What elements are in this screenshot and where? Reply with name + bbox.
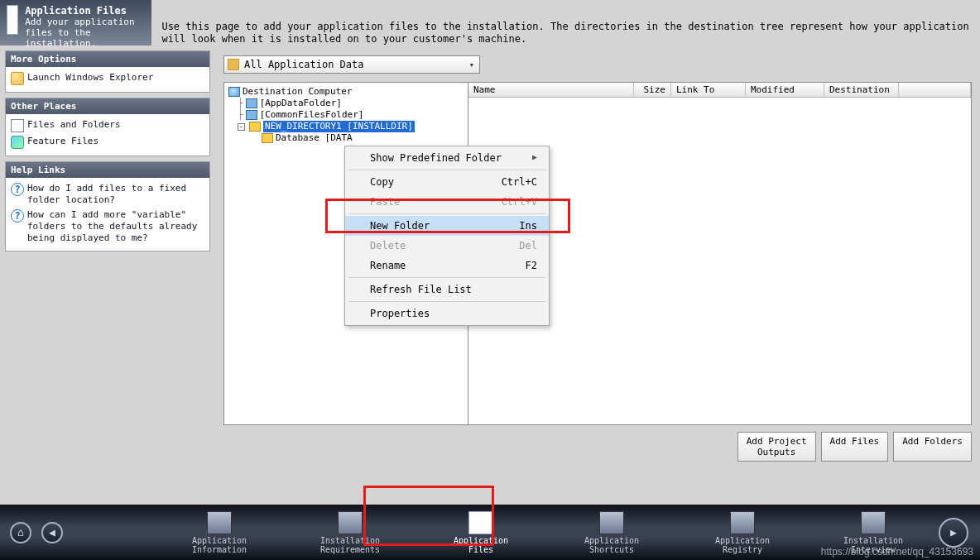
col-linkto[interactable]: Link To bbox=[671, 83, 746, 97]
col-dest[interactable]: Destination bbox=[824, 83, 899, 97]
workspace: Destination Computer ├ [AppDataFolder] ├… bbox=[223, 82, 972, 425]
panel-header: Other Places bbox=[6, 98, 209, 114]
panel-more-options: More Options Launch Windows Explorer bbox=[5, 50, 210, 93]
nav-home-button[interactable]: ⌂ bbox=[10, 522, 31, 543]
page-title: Application Files bbox=[25, 5, 145, 17]
ctx-new-folder[interactable]: New FolderIns bbox=[345, 216, 549, 236]
requirements-icon bbox=[338, 511, 363, 534]
info-icon bbox=[207, 511, 232, 534]
ctx-paste: PasteCtrl+V bbox=[345, 192, 549, 212]
tree-selected-label: NEW_DIRECTORY1 [INSTALLDIR] bbox=[263, 121, 415, 132]
page-title-block: Application Files Add your application f… bbox=[0, 0, 151, 45]
link-launch-explorer[interactable]: Launch Windows Explorer bbox=[11, 70, 204, 87]
add-folders-button[interactable]: Add Folders bbox=[893, 432, 972, 462]
registry-icon bbox=[730, 511, 755, 534]
tree-node-installdir[interactable]: - NEW_DIRECTORY1 [INSTALLDIR] bbox=[226, 121, 466, 132]
file-icon bbox=[11, 119, 24, 132]
nav-application-files[interactable]: Application Files bbox=[416, 511, 546, 554]
dropdown-value: All Application Data bbox=[244, 59, 364, 70]
panel-other-places: Other Places Files and Folders Feature F… bbox=[5, 98, 210, 156]
help-icon: ? bbox=[11, 183, 24, 196]
panel-help-links: Help Links ? How do I add files to a fix… bbox=[5, 161, 210, 251]
folder-icon bbox=[11, 72, 24, 85]
nav-application-shortcuts[interactable]: Application Shortcuts bbox=[546, 511, 677, 554]
grid-header-row: Name Size Link To Modified Destination bbox=[468, 83, 971, 98]
nav-forward-button[interactable]: ▶ bbox=[939, 518, 968, 548]
files-icon bbox=[468, 511, 493, 534]
tree-node-root[interactable]: Destination Computer bbox=[226, 86, 466, 98]
page-description: Use this page to add your application fi… bbox=[151, 0, 980, 45]
link-files-and-folders[interactable]: Files and Folders bbox=[11, 117, 204, 134]
shortcut-icon bbox=[599, 511, 624, 534]
ctx-copy[interactable]: CopyCtrl+C bbox=[345, 172, 549, 192]
folder-icon bbox=[246, 98, 257, 108]
folder-icon bbox=[246, 110, 257, 120]
interview-icon bbox=[861, 511, 886, 534]
nav-app-information[interactable]: Application Information bbox=[154, 511, 285, 554]
data-filter-dropdown[interactable]: All Application Data bbox=[223, 55, 480, 74]
target-folder-icon bbox=[262, 133, 273, 143]
col-modified[interactable]: Modified bbox=[746, 83, 824, 97]
ctx-properties[interactable]: Properties bbox=[345, 304, 549, 323]
panel-header: More Options bbox=[6, 51, 209, 67]
computer-icon bbox=[228, 87, 240, 97]
nav-application-registry[interactable]: Application Registry bbox=[677, 511, 808, 554]
tree-node-commonfiles[interactable]: ├ [CommonFilesFolder] bbox=[226, 109, 466, 121]
target-folder-icon bbox=[249, 122, 261, 132]
link-feature-files[interactable]: Feature Files bbox=[11, 134, 204, 151]
ctx-delete: DeleteDel bbox=[345, 236, 549, 256]
folder-icon bbox=[228, 59, 239, 70]
tree-node-database[interactable]: Database [DATA bbox=[226, 132, 466, 144]
watermark: https://blog.csdn.net/qq_43153693 bbox=[821, 546, 973, 558]
nav-back-button[interactable]: ◀ bbox=[41, 522, 63, 543]
nav-install-requirements[interactable]: Installation Requirements bbox=[285, 511, 416, 554]
collapse-toggle[interactable]: - bbox=[238, 123, 245, 131]
ctx-show-predefined[interactable]: Show Predefined Folder▶ bbox=[345, 148, 549, 168]
ctx-rename[interactable]: RenameF2 bbox=[345, 256, 549, 275]
help-link-add-files[interactable]: ? How do I add files to a fixed folder l… bbox=[11, 181, 204, 208]
col-size[interactable]: Size bbox=[634, 83, 671, 97]
help-icon: ? bbox=[11, 209, 24, 223]
add-files-button[interactable]: Add Files bbox=[821, 432, 889, 462]
col-name[interactable]: Name bbox=[468, 83, 634, 97]
page-subtitle: Add your application files to the instal… bbox=[25, 17, 145, 49]
chevron-right-icon: ▶ bbox=[532, 152, 537, 164]
feature-icon bbox=[11, 136, 24, 149]
context-menu: Show Predefined Folder▶ CopyCtrl+C Paste… bbox=[344, 146, 550, 326]
help-link-variable-folders[interactable]: ? How can I add more "variable" folders … bbox=[11, 208, 204, 246]
page-title-icon bbox=[7, 5, 18, 35]
panel-header: Help Links bbox=[6, 162, 209, 178]
ctx-refresh[interactable]: Refresh File List bbox=[345, 280, 549, 299]
add-project-outputs-button[interactable]: Add Project Outputs bbox=[737, 432, 816, 462]
tree-node-appdata[interactable]: ├ [AppDataFolder] bbox=[226, 98, 466, 109]
